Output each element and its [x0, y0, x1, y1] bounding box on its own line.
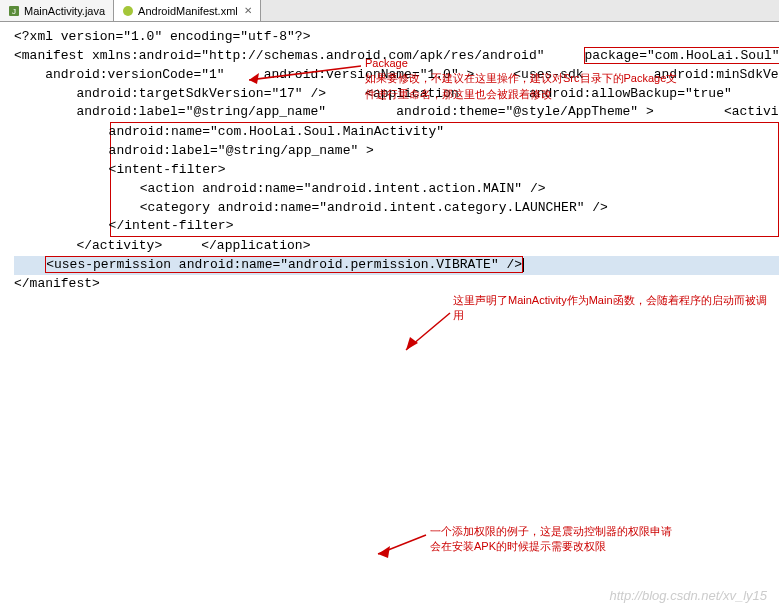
- annotation-permission: 一个添加权限的例子，这是震动控制器的权限申请 会在安装APK的时候提示需要改权限: [430, 524, 672, 555]
- close-icon[interactable]: ✕: [244, 5, 252, 16]
- code-line: <action android:name="android.intent.act…: [15, 180, 778, 199]
- svg-line-5: [406, 313, 450, 350]
- permission-highlight: <uses-permission android:name="android.p…: [45, 256, 523, 273]
- svg-line-7: [378, 535, 426, 554]
- code-line: android:versionCode="1": [14, 67, 225, 82]
- svg-marker-6: [406, 337, 418, 350]
- code-line: </intent-filter>: [15, 217, 778, 236]
- svg-point-2: [123, 6, 133, 16]
- tab-label: MainActivity.java: [24, 5, 105, 17]
- text-cursor: [523, 258, 524, 272]
- code-line: <category android:name="android.intent.c…: [15, 199, 778, 218]
- code-line: <intent-filter>: [15, 161, 778, 180]
- tab-label: AndroidManifest.xml: [138, 5, 238, 17]
- code-line: android:icon="@drawable/ic_launcher": [740, 86, 779, 101]
- annotation-package: Package 如果要修改，不建议在这里操作，建议对Src目录下的Package…: [365, 56, 685, 102]
- code-line: android:targetSdkVersion="17" />: [14, 86, 326, 101]
- code-line: android:label="@string/app_name": [14, 104, 326, 119]
- annotation-body: 这里声明了MainActivity作为Main函数，会随着程序的启动而被调用: [453, 294, 767, 321]
- code-line: <?xml version="1.0" encoding="utf-8"?>: [14, 29, 310, 44]
- annotation-activity: 这里声明了MainActivity作为Main函数，会随着程序的启动而被调用: [453, 293, 773, 324]
- annotation-body: 如果要修改，不建议在这里操作，建议对Src目录下的Package文件进行重命名，…: [365, 72, 677, 99]
- watermark: http://blog.csdn.net/xv_ly15: [609, 588, 767, 603]
- android-file-icon: [122, 5, 134, 17]
- code-line: </application>: [170, 238, 310, 253]
- svg-text:J: J: [12, 7, 16, 16]
- current-line: <uses-permission android:name="android.p…: [14, 256, 779, 275]
- code-line: android:name="com.HooLai.Soul.MainActivi…: [15, 123, 778, 142]
- code-line: </manifest>: [14, 276, 100, 291]
- code-line: <activity: [662, 104, 779, 119]
- tab-manifest[interactable]: AndroidManifest.xml ✕: [114, 0, 261, 21]
- annotation-body: 一个添加权限的例子，这是震动控制器的权限申请: [430, 525, 672, 537]
- tab-java[interactable]: J MainActivity.java: [0, 0, 114, 21]
- code-line: [318, 238, 349, 253]
- code-line: android:theme="@style/AppTheme" >: [334, 104, 654, 119]
- java-file-icon: J: [8, 5, 20, 17]
- svg-marker-8: [378, 546, 390, 558]
- code-line: android:label="@string/app_name" >: [15, 142, 778, 161]
- arrow-icon: [372, 532, 430, 560]
- activity-highlight: android:name="com.HooLai.Soul.MainActivi…: [110, 122, 779, 237]
- annotation-body: 会在安装APK的时候提示需要改权限: [430, 540, 606, 552]
- code-editor[interactable]: <?xml version="1.0" encoding="utf-8"?> <…: [0, 22, 779, 300]
- tab-bar: J MainActivity.java AndroidManifest.xml …: [0, 0, 779, 22]
- arrow-icon: [400, 310, 455, 358]
- code-line: </activity>: [14, 238, 162, 253]
- annotation-title: Package: [365, 57, 408, 69]
